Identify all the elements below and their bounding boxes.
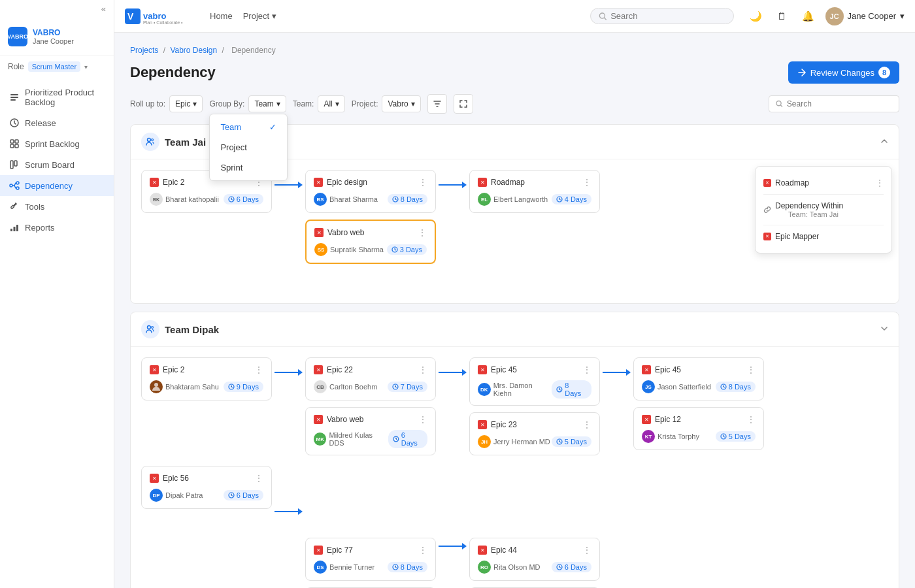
arrow-head: [298, 182, 303, 188]
page-header: Dependency Review Changes 8: [130, 61, 899, 84]
topnav: V vabro Plan • Collaborate • Deliver Hom…: [114, 0, 915, 33]
sidebar-item-scrum-board[interactable]: Scrum Board: [0, 154, 114, 175]
team-select[interactable]: All ▾: [318, 95, 344, 112]
dark-mode-btn[interactable]: 🌙: [747, 7, 765, 25]
dipak-epic2: ✕ Epic 2 ⋮ Bhaktaram Sahu: [141, 357, 272, 400]
sidebar-item-tools[interactable]: Tools: [0, 196, 114, 217]
sidebar-item-dependency[interactable]: Dependency: [0, 175, 114, 196]
epic-header: ✕ Epic 2 ⋮: [150, 365, 263, 375]
epic-footer: DS Bennie Turner 8 Days: [314, 561, 427, 574]
epic-footer: CB Carlton Boehm 7 Days: [314, 380, 427, 393]
epic-menu[interactable]: ⋮: [418, 365, 427, 375]
epic-title: Epic 12: [655, 415, 742, 424]
arrow-line: [274, 184, 298, 186]
epic-badge: ✕: [642, 415, 651, 424]
role-badge[interactable]: Scrum Master: [28, 61, 80, 72]
arrow-head: [462, 182, 467, 188]
epic-title: Roadmap: [491, 178, 578, 187]
link-icon: [763, 206, 771, 214]
popup-epic-mapper[interactable]: ✕ Epic Mapper: [763, 228, 884, 245]
epic-footer: Bhaktaram Sahu 9 Days: [150, 380, 263, 393]
epic-menu[interactable]: ⋮: [582, 177, 591, 188]
epic-menu[interactable]: ⋮: [418, 414, 427, 425]
epic-menu[interactable]: ⋮: [254, 365, 263, 375]
days-badge: 6 Days: [224, 490, 263, 500]
topnav-search[interactable]: [590, 8, 734, 24]
topnav-search-input[interactable]: [610, 11, 725, 21]
popup-divider: [763, 194, 884, 195]
arrow-head: [462, 543, 467, 549]
clock-icon: [392, 564, 399, 570]
svg-line-21: [604, 18, 606, 20]
epic-menu[interactable]: ⋮: [254, 473, 263, 483]
epic-menu[interactable]: ⋮: [418, 545, 427, 555]
project-select[interactable]: Vabro ▾: [382, 95, 420, 112]
fullscreen-button[interactable]: [454, 94, 473, 114]
assignee-avatar: DP: [150, 489, 163, 502]
content-search-input[interactable]: [787, 99, 892, 108]
assignee: MK Mildred Kulas DDS: [314, 431, 388, 447]
sidebar-item-reports[interactable]: Reports: [0, 217, 114, 238]
breadcrumb-design[interactable]: Vabro Design: [170, 46, 217, 55]
assignee: DP Dipak Patra: [150, 489, 203, 502]
days-badge: 6 Days: [552, 562, 591, 572]
groupby-select[interactable]: Team ▾: [248, 95, 286, 112]
clock-icon: [556, 564, 563, 570]
arrow-d4: [272, 508, 305, 515]
topnav-right: 🌙 🗒 🔔 JC Jane Cooper ▾: [747, 7, 905, 25]
sidebar-item-backlog[interactable]: Prioritized Product Backlog: [0, 82, 114, 112]
team-dipak-header: Team Dipak: [131, 312, 899, 347]
team-dipak-collapse[interactable]: [880, 325, 888, 335]
svg-rect-0: [10, 94, 18, 95]
epic-badge: ✕: [314, 415, 323, 424]
dipak-epic22: ✕ Epic 22 ⋮ CB Carlton Boehm: [305, 357, 436, 400]
nav-project[interactable]: Project ▾: [243, 11, 276, 21]
review-changes-button[interactable]: Review Changes 8: [788, 61, 899, 84]
assignee: BK Bharat kathopalii: [150, 193, 219, 206]
dropdown-sprint[interactable]: Sprint: [210, 157, 287, 178]
sidebar-item-sprint-backlog[interactable]: Sprint Backlog: [0, 133, 114, 154]
reports-icon: [9, 222, 20, 233]
team-group: Team: All ▾: [293, 95, 345, 112]
days-badge: 6 Days: [224, 194, 263, 204]
rollup-select[interactable]: Epic ▾: [169, 95, 203, 112]
dipak-col6: ✕ Epic 44 ⋮ RO Rita Olson MD: [469, 466, 600, 588]
epic-menu[interactable]: ⋮: [418, 177, 427, 188]
epic-menu[interactable]: ⋮: [582, 545, 591, 555]
sidebar-user-icon: VABRO: [8, 27, 27, 46]
content-search[interactable]: [769, 95, 899, 112]
project-group: Project: Vabro ▾: [352, 95, 421, 112]
popup-roadmap[interactable]: ✕ Roadmap ⋮: [763, 174, 884, 191]
team-dipak-section: Team Dipak ✕ Epic 2 ⋮: [130, 312, 899, 588]
dropdown-team[interactable]: Team ✓: [210, 117, 287, 137]
popup-dep-within[interactable]: Dependency Within Team: Team Jai: [763, 197, 884, 222]
epic-menu[interactable]: ⋮: [746, 365, 756, 375]
nav-home[interactable]: Home: [210, 11, 233, 21]
dipak-row1: ✕ Epic 2 ⋮ Bhaktaram Sahu: [141, 357, 888, 455]
filter-button[interactable]: [427, 94, 447, 114]
content-area: Projects / Vabro Design / Dependency Dep…: [114, 33, 915, 588]
sidebar-collapse[interactable]: «: [0, 0, 114, 18]
user-menu[interactable]: JC Jane Cooper ▾: [825, 7, 905, 25]
breadcrumb: Projects / Vabro Design / Dependency: [130, 46, 899, 55]
epic-menu[interactable]: ⋮: [418, 227, 427, 238]
breadcrumb-projects[interactable]: Projects: [130, 46, 158, 55]
content-search-icon: [776, 100, 783, 108]
days-badge: 8 Days: [388, 194, 427, 204]
epic-menu[interactable]: ⋮: [582, 365, 591, 375]
epic-footer: BK Bharat kathopalii 6 Days: [150, 193, 263, 206]
notifications-btn[interactable]: 🔔: [799, 7, 818, 25]
assignee: JH Jerry Herman MD: [478, 435, 550, 448]
dropdown-project[interactable]: Project: [210, 137, 287, 157]
epic-footer: EL Elbert Langworth 4 Days: [478, 193, 591, 206]
assignee-name: Elbert Langworth: [493, 195, 548, 203]
sidebar-item-label: Prioritized Product Backlog: [25, 88, 105, 107]
epic-menu[interactable]: ⋮: [746, 414, 756, 425]
epic-menu[interactable]: ⋮: [582, 419, 591, 430]
sidebar-item-release[interactable]: Release: [0, 112, 114, 133]
epic-footer: SS Supratik Sharma 3 Days: [314, 243, 427, 256]
dipak-epic23: ✕ Epic 23 ⋮ JH Jerry Herman MD: [469, 412, 600, 455]
team-jai-collapse[interactable]: [880, 137, 888, 147]
popup-epic-mapper-badge: ✕: [763, 233, 771, 240]
messages-btn[interactable]: 🗒: [773, 7, 791, 25]
